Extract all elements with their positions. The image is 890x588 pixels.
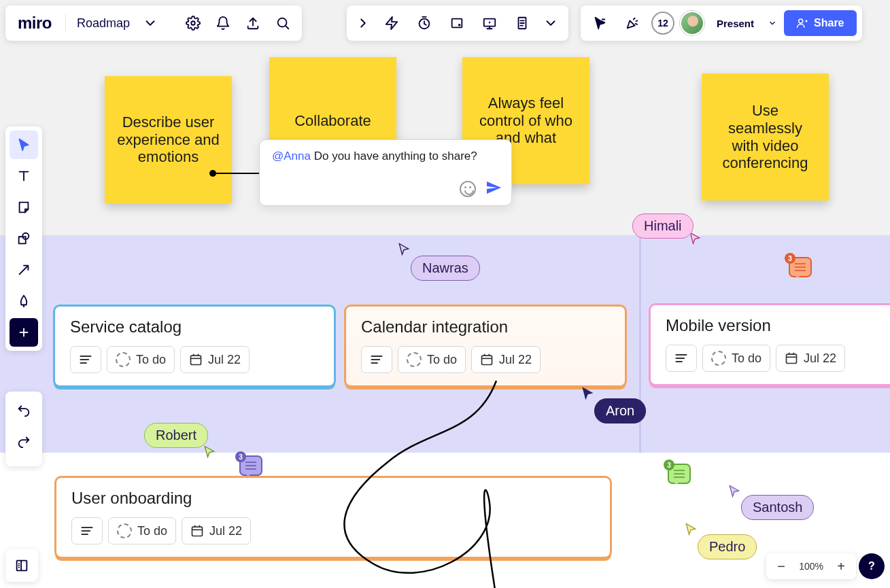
help-button[interactable]: ? (859, 553, 885, 579)
thread-count-badge: 3 (785, 253, 795, 264)
card-service-catalog[interactable]: Service catalog To do Jul 22 (53, 305, 336, 387)
notifications-bell-icon[interactable] (209, 10, 237, 37)
zoom-controls: − 100% + (766, 553, 856, 579)
svg-point-38 (458, 24, 461, 27)
zoom-out-button[interactable]: − (772, 557, 791, 576)
sticky-note-tool[interactable] (10, 193, 38, 222)
date-label: Jul 22 (209, 524, 242, 538)
timer-icon[interactable] (411, 10, 438, 37)
reactions-confetti-icon[interactable] (619, 10, 646, 37)
svg-marker-40 (489, 21, 491, 24)
svg-rect-3 (191, 356, 201, 364)
emoji-icon[interactable] (460, 181, 476, 197)
date-label: Jul 22 (208, 353, 241, 367)
status-icon (117, 523, 132, 538)
select-tool[interactable] (10, 131, 38, 159)
card-user-onboarding[interactable]: User onboarding To do Jul 22 (54, 476, 612, 559)
top-right-panel: 12 Present Share (581, 5, 862, 41)
status-label: To do (732, 351, 761, 366)
card-status-chip[interactable]: To do (702, 345, 770, 372)
user-cursor-label: Aron (594, 398, 646, 423)
search-icon[interactable] (269, 10, 296, 37)
panel-expand-chevron-icon[interactable] (354, 10, 373, 37)
export-upload-icon[interactable] (239, 10, 267, 37)
card-description-chip[interactable] (70, 346, 101, 373)
date-label: Jul 22 (804, 351, 836, 366)
card-title: Service catalog (70, 317, 319, 336)
svg-rect-37 (452, 19, 462, 28)
redo-button[interactable] (10, 427, 38, 455)
board-name[interactable]: Roadmap (73, 16, 134, 31)
comment-content: @Anna Do you have anything to share? (272, 150, 499, 163)
card-description-chip[interactable] (666, 345, 697, 372)
svg-point-28 (191, 21, 195, 25)
undo-button[interactable] (10, 396, 38, 424)
comment-body: Do you have anything to share? (311, 150, 477, 162)
svg-line-35 (424, 24, 426, 25)
card-description-chip[interactable] (71, 517, 103, 544)
card-date-chip[interactable]: Jul 22 (471, 346, 541, 373)
share-button[interactable]: Share (784, 10, 856, 36)
notes-icon[interactable] (509, 10, 536, 37)
connector-arrow-tool[interactable] (10, 256, 38, 284)
zoom-level[interactable]: 100% (795, 561, 827, 572)
user-cursor-label: Robert (144, 423, 208, 448)
svg-line-49 (636, 24, 638, 24)
sticky-note[interactable]: Use seamlessly with video conferencing (702, 73, 829, 201)
pen-tool[interactable] (10, 287, 38, 315)
svg-line-47 (634, 18, 635, 20)
comment-thread-icon[interactable]: 3 (668, 464, 691, 484)
apps-lightning-icon[interactable] (378, 10, 405, 37)
status-label: To do (137, 524, 167, 538)
more-chevron-icon[interactable] (541, 10, 560, 37)
text-tool[interactable] (10, 162, 38, 190)
user-cursor-icon (203, 445, 216, 461)
card-date-chip[interactable]: Jul 22 (776, 345, 845, 372)
collaborator-count[interactable]: 12 (651, 12, 674, 35)
miro-logo[interactable]: miro (11, 14, 58, 33)
send-icon[interactable] (485, 179, 502, 198)
card-calendar-integration[interactable]: Calendar integration To do Jul 22 (344, 305, 627, 387)
card-mobile-version[interactable]: Mobile version To do Jul 22 (649, 303, 890, 386)
card-status-chip[interactable]: To do (108, 517, 176, 544)
settings-gear-icon[interactable] (179, 10, 207, 37)
card-status-chip[interactable]: To do (107, 346, 175, 373)
card-description-chip[interactable] (361, 346, 392, 373)
left-toolbar-history (5, 392, 42, 466)
shape-tool[interactable] (10, 224, 38, 253)
status-label: To do (136, 353, 166, 367)
user-cursor-label: Pedro (698, 534, 757, 559)
sticky-text: Collaborate (294, 112, 371, 130)
frames-icon[interactable] (443, 10, 470, 37)
comment-thread-icon[interactable]: 3 (789, 257, 812, 277)
svg-line-31 (286, 26, 288, 29)
card-status-chip[interactable]: To do (398, 346, 466, 373)
card-date-chip[interactable]: Jul 22 (182, 517, 251, 544)
comment-thread-icon[interactable]: 3 (239, 455, 262, 476)
top-left-panel: miro Roadmap (5, 5, 302, 41)
present-button[interactable]: Present (710, 11, 761, 35)
status-label: To do (427, 353, 457, 367)
zoom-in-button[interactable]: + (832, 557, 851, 576)
status-icon (711, 351, 726, 366)
share-label: Share (814, 17, 844, 29)
comment-input-box[interactable]: @Anna Do you have anything to share? (259, 139, 512, 206)
presentation-icon[interactable] (476, 10, 503, 37)
panel-toggle-button[interactable] (5, 549, 38, 582)
sticky-note[interactable]: Describe user experience and emotions (105, 76, 232, 203)
cursor-mode-icon[interactable] (586, 10, 613, 37)
svg-point-50 (799, 19, 803, 23)
card-date-chip[interactable]: Jul 22 (180, 346, 250, 373)
card-title: User onboarding (71, 489, 595, 508)
user-cursor-icon (397, 242, 411, 258)
divider (65, 14, 66, 33)
mention: @Anna (272, 150, 311, 162)
board-menu-chevron-icon[interactable] (137, 10, 164, 37)
present-label: Present (717, 18, 754, 29)
user-cursor-label: Nawras (411, 256, 480, 281)
top-center-panel (347, 5, 568, 41)
present-dropdown-chevron-icon[interactable] (766, 11, 778, 35)
more-tools-plus-icon[interactable] (10, 318, 38, 347)
user-avatar[interactable] (680, 11, 704, 35)
svg-line-48 (636, 20, 638, 21)
